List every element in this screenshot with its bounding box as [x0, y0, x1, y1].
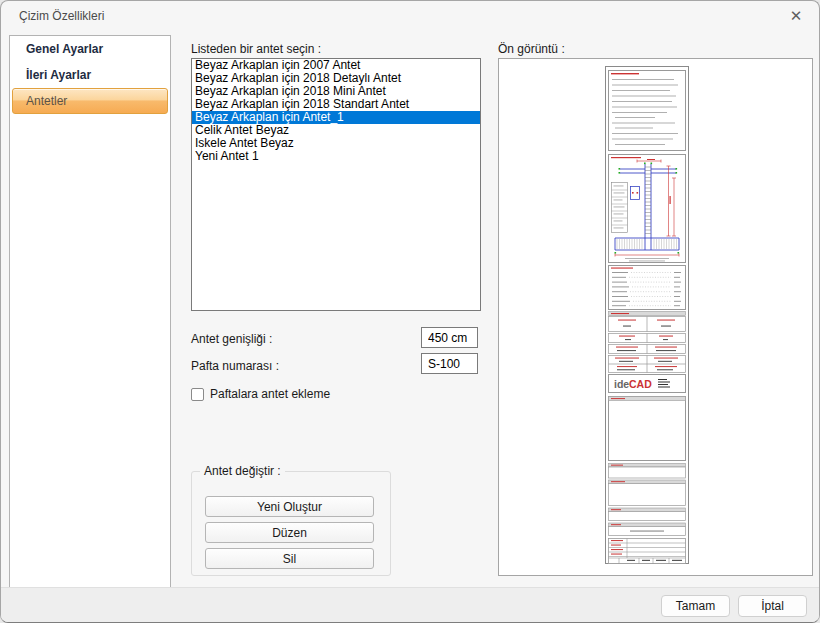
- antet-listbox[interactable]: Beyaz Arkaplan için 2007 Antet Beyaz Ark…: [191, 58, 481, 311]
- titlebar: Çizim Özellikleri ✕: [1, 1, 819, 31]
- logo-text-gray: ide: [614, 378, 629, 390]
- create-new-button[interactable]: Yeni Oluştur: [205, 496, 374, 517]
- delete-button[interactable]: Sil: [205, 548, 374, 569]
- preview-label: Ön görüntü :: [498, 42, 565, 56]
- antet-list-item[interactable]: Yeni Antet 1: [192, 150, 480, 163]
- antet-modify-group-label: Antet değiştir :: [200, 464, 285, 478]
- checkbox-label: Paftalara antet ekleme: [210, 387, 330, 401]
- cancel-button[interactable]: İptal: [738, 595, 807, 617]
- antet-modify-group: Antet değiştir : Yeni Oluştur Düzen Sil: [191, 471, 391, 576]
- dialog-footer: Tamam İptal: [1, 587, 819, 622]
- antet-preview-drawing: ide CAD: [605, 66, 689, 564]
- sidebar-item[interactable]: İleri Ayarlar: [12, 62, 168, 88]
- checkbox-box[interactable]: [191, 388, 204, 401]
- preview-panel: ide CAD: [498, 58, 813, 576]
- sidebar-item-label: Genel Ayarlar: [26, 42, 103, 56]
- sidebar: Genel Ayarlar İleri Ayarlar Antetler: [9, 35, 171, 588]
- drawing-properties-dialog: Çizim Özellikleri ✕ Genel Ayarlar İleri …: [0, 0, 820, 623]
- sidebar-item[interactable]: Antetler: [12, 88, 168, 114]
- list-label: Listeden bir antet seçin :: [191, 42, 321, 56]
- sidebar-item-label: Antetler: [26, 94, 67, 108]
- sheet-number-label: Pafta numarası :: [191, 359, 279, 373]
- sheet-number-input[interactable]: [421, 353, 478, 374]
- logo-text-red: CAD: [629, 378, 652, 390]
- add-antet-checkbox[interactable]: Paftalara antet ekleme: [191, 387, 330, 401]
- close-icon[interactable]: ✕: [781, 5, 811, 27]
- antet-width-input[interactable]: [421, 327, 478, 348]
- edit-button[interactable]: Düzen: [205, 522, 374, 543]
- sidebar-item[interactable]: Genel Ayarlar: [12, 36, 168, 62]
- antet-width-label: Antet genişliği :: [191, 332, 272, 346]
- window-title: Çizim Özellikleri: [19, 9, 104, 23]
- sidebar-item-label: İleri Ayarlar: [26, 68, 91, 82]
- ok-button[interactable]: Tamam: [661, 595, 730, 617]
